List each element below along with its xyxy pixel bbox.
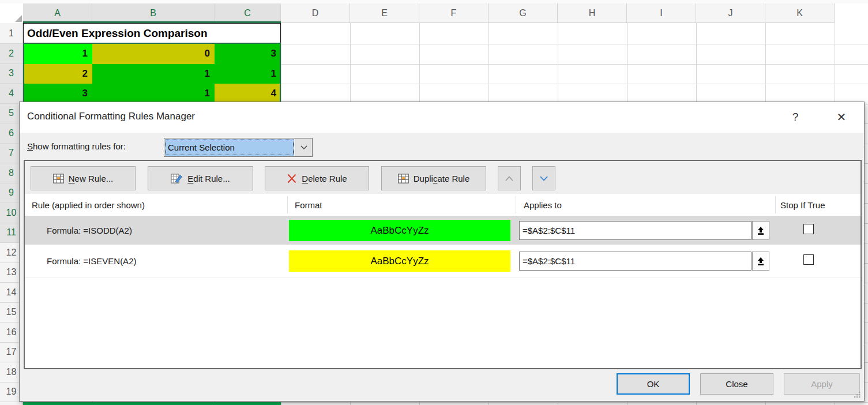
rule-row-isodd[interactable]: Formula: =ISODD(A2) AaBbCcYyZz [25, 216, 861, 245]
dialog-titlebar[interactable]: Conditional Formatting Rules Manager ? ✕ [20, 102, 864, 133]
header-divider [516, 196, 516, 213]
header-divider [287, 196, 288, 213]
table-edit-pencil-icon [171, 174, 183, 183]
cell-A1-title[interactable]: Odd/Even Expression Comparison [23, 23, 281, 44]
table-grid-icon [398, 174, 409, 183]
chevron-down-icon [540, 176, 548, 181]
delete-rule-button[interactable]: Delete Rule [265, 166, 369, 190]
column-header-D[interactable]: D [281, 3, 350, 23]
row-header-2[interactable]: 2 [0, 44, 23, 64]
column-header-F[interactable]: F [419, 3, 489, 23]
move-rule-down-button[interactable] [532, 166, 555, 190]
dropdown-selected-value: Current Selection [165, 139, 294, 156]
rules-list-header: Rule (applied in order shown) Format App… [25, 194, 861, 216]
conditional-formatting-rules-manager-dialog: Conditional Formatting Rules Manager ? ✕… [19, 102, 865, 402]
chevron-up-icon [505, 176, 513, 181]
collapse-dialog-arrow-icon [756, 257, 765, 266]
stop-if-true-checkbox[interactable] [803, 224, 814, 234]
ok-button[interactable]: OK [617, 373, 690, 395]
column-header-E[interactable]: E [350, 3, 419, 23]
close-button[interactable]: Close [700, 373, 773, 395]
cell-C3[interactable]: 1 [215, 64, 281, 84]
rule-row-iseven[interactable]: Formula: =ISEVEN(A2) AaBbCcYyZz [25, 246, 861, 275]
excel-window: ABCDEFGHIJK12345678910111213141516171819… [0, 0, 868, 405]
cell-A4[interactable]: 3 [23, 84, 92, 104]
applies-to-input[interactable] [519, 221, 751, 240]
duplicate-rule-button[interactable]: Duplicate Rule [381, 166, 486, 190]
column-header-B[interactable]: B [92, 3, 215, 23]
row-header-4[interactable]: 4 [0, 84, 23, 104]
cell-B2[interactable]: 0 [92, 44, 215, 64]
column-header-K[interactable]: K [765, 3, 835, 23]
move-rule-up-button[interactable] [498, 166, 521, 190]
show-rules-label: Show formatting rules for: [27, 141, 126, 151]
close-icon[interactable]: ✕ [833, 108, 850, 126]
header-divider [775, 196, 776, 213]
rule-description: Formula: =ISEVEN(A2) [47, 246, 136, 275]
rules-panel: New Rule... Edit Rule... Delete Rule Dup… [24, 160, 862, 369]
cell-C4[interactable]: 4 [215, 84, 281, 104]
row-header-3[interactable]: 3 [0, 64, 23, 84]
format-sample: AaBbCcYyZz [289, 250, 510, 272]
column-header-I[interactable]: I [627, 3, 696, 23]
column-header-C[interactable]: C [215, 3, 281, 23]
header-format: Format [295, 194, 322, 216]
apply-button[interactable]: Apply [784, 373, 860, 395]
dropdown-button[interactable] [295, 138, 312, 156]
cell-A3[interactable]: 2 [23, 64, 92, 84]
row-header-20[interactable]: 20 [0, 402, 23, 405]
list-separator [25, 277, 861, 278]
applies-to-input[interactable] [519, 252, 751, 271]
row-header-1[interactable]: 1 [0, 23, 23, 44]
cell-C2[interactable]: 3 [215, 44, 281, 64]
cell-B3[interactable]: 1 [92, 64, 215, 84]
collapse-dialog-arrow-icon [756, 226, 765, 235]
help-icon[interactable]: ? [787, 108, 804, 126]
stop-if-true-checkbox[interactable] [803, 254, 814, 265]
format-sample: AaBbCcYyZz [289, 220, 510, 241]
rules-toolbar: New Rule... Edit Rule... Delete Rule Dup… [25, 161, 861, 194]
header-applies-to: Applies to [524, 194, 562, 216]
select-all-corner-icon[interactable] [15, 15, 22, 22]
dialog-title: Conditional Formatting Rules Manager [27, 111, 195, 122]
cell-B4[interactable]: 1 [92, 84, 215, 104]
range-picker-button[interactable] [752, 252, 769, 271]
chevron-down-icon [300, 145, 307, 150]
selected-columns-underline [23, 21, 281, 23]
column-header-J[interactable]: J [696, 3, 765, 23]
show-rules-dropdown[interactable]: Current Selection [164, 138, 313, 157]
column-header-H[interactable]: H [558, 3, 627, 23]
header-stop-if-true: Stop If True [780, 194, 825, 216]
range-picker-button[interactable] [752, 221, 769, 240]
rule-description: Formula: =ISODD(A2) [47, 216, 132, 245]
row20-green-strip [23, 402, 281, 405]
cell-A2[interactable]: 1 [23, 44, 92, 64]
resize-grip[interactable] [852, 390, 861, 399]
header-rule: Rule (applied in order shown) [32, 194, 145, 216]
new-rule-button[interactable]: New Rule... [31, 166, 136, 190]
table-grid-icon [53, 174, 64, 183]
red-x-icon [287, 174, 297, 183]
column-header-A[interactable]: A [23, 3, 92, 23]
edit-rule-button[interactable]: Edit Rule... [148, 166, 253, 190]
column-header-G[interactable]: G [489, 3, 558, 23]
